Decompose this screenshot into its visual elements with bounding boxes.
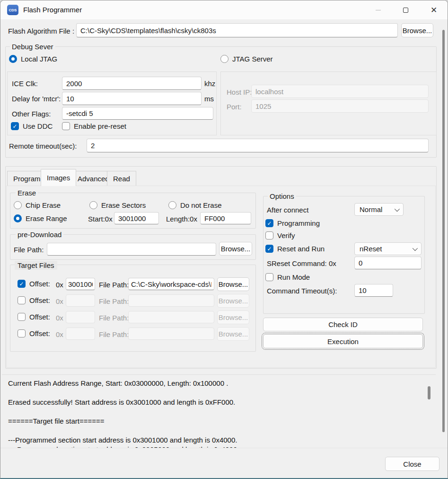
erase-start-input[interactable] — [114, 212, 159, 224]
verify-checkbox[interactable]: Verify — [265, 231, 295, 240]
checkbox-unchecked-icon — [265, 273, 273, 281]
reset-and-run-checkbox[interactable]: ✓ Reset and Run — [265, 245, 325, 253]
ice-clk-input[interactable] — [62, 77, 202, 90]
target-offset-input-4[interactable] — [66, 328, 95, 340]
file-path-label: File Path: — [99, 314, 129, 322]
radio-off-icon — [168, 201, 176, 209]
target-file-path-input-4[interactable] — [128, 328, 214, 340]
offset-hex-prefix: 0x — [56, 330, 63, 338]
offset-hex-prefix: 0x — [56, 314, 63, 322]
delay-mtcr-unit: ms — [204, 95, 214, 103]
close-window-button[interactable]: ✕ — [423, 0, 445, 19]
log-scrollbar-track[interactable] — [426, 376, 432, 447]
do-not-erase-label: Do not Erase — [180, 201, 222, 209]
log-line — [2, 388, 436, 398]
programming-checkbox[interactable]: ✓ Programming — [265, 219, 320, 227]
enable-pre-reset-label: Enable pre-reset — [74, 122, 126, 130]
erase-group-title: Erase — [16, 189, 38, 197]
reset-type-value: nReset — [360, 245, 382, 253]
target-file-checkbox-2[interactable]: Offset: — [18, 296, 50, 304]
host-ip-label: Host IP: — [227, 88, 252, 96]
target-browse-button-4[interactable]: Browse... — [217, 327, 249, 341]
erase-start-label: Start:0x — [88, 215, 113, 223]
algorithm-browse-button[interactable]: Browse... — [401, 23, 433, 37]
chip-erase-radio[interactable]: Chip Erase — [14, 201, 61, 209]
ice-clk-unit: khz — [204, 80, 215, 88]
enable-pre-reset-checkbox[interactable]: Enable pre-reset — [62, 122, 126, 130]
port-input[interactable] — [251, 99, 429, 113]
target-file-path-input-3[interactable] — [128, 311, 214, 323]
target-file-checkbox-1[interactable]: ✓ Offset: — [18, 280, 50, 288]
log-line: ======Target file start====== — [2, 417, 436, 426]
radio-off-icon — [14, 201, 22, 209]
target-file-checkbox-4[interactable]: Offset: — [18, 329, 50, 337]
other-flags-input[interactable] — [62, 107, 213, 120]
checkbox-checked-icon: ✓ — [18, 280, 26, 288]
checkbox-checked-icon: ✓ — [11, 122, 19, 130]
algorithm-file-label: Flash Algorithm File : — [8, 27, 74, 35]
execution-button[interactable]: Execution — [263, 334, 423, 348]
log-output[interactable]: Current Flash Address Range, Start: 0x03… — [2, 374, 436, 448]
use-ddc-checkbox[interactable]: ✓ Use DDC — [11, 122, 53, 130]
target-offset-input-2[interactable] — [66, 294, 95, 307]
after-connect-select[interactable]: Normal — [354, 203, 404, 216]
sreset-command-label: SReset Command: 0x — [267, 259, 336, 267]
pre-download-file-label: File Path: — [14, 246, 44, 254]
target-browse-button-1[interactable]: Browse... — [217, 277, 249, 291]
file-path-label: File Path: — [99, 281, 129, 289]
local-jtag-label: Local JTAG — [21, 55, 57, 63]
window-scrollbar-thumb[interactable] — [442, 30, 445, 432]
target-offset-input-1[interactable] — [66, 278, 95, 290]
window-title: Flash Programmer — [23, 6, 82, 14]
target-file-path-input-1[interactable] — [128, 278, 214, 290]
tab-images[interactable]: Images — [41, 169, 76, 186]
run-mode-checkbox[interactable]: Run Mode — [265, 273, 310, 281]
minimize-icon — [376, 10, 381, 10]
close-button[interactable]: Close — [385, 457, 439, 471]
ice-clk-label: ICE Clk: — [12, 80, 38, 88]
erase-length-input[interactable] — [200, 212, 251, 224]
maximize-button[interactable] — [395, 0, 416, 19]
erase-range-radio[interactable]: Erase Range — [14, 214, 67, 222]
pre-download-file-input[interactable] — [47, 243, 216, 256]
reset-type-select[interactable]: nReset — [354, 242, 422, 255]
checkbox-checked-icon: ✓ — [265, 245, 273, 253]
do-not-erase-radio[interactable]: Do not Erase — [168, 201, 222, 209]
after-connect-label: After connect — [267, 206, 308, 214]
log-line — [2, 407, 436, 417]
debug-server-title: Debug Sever — [10, 43, 55, 51]
algorithm-file-input[interactable] — [76, 23, 398, 37]
log-line: Erased successfully! Start address is 0x… — [2, 398, 436, 407]
erase-sectors-radio[interactable]: Erase Sectors — [89, 201, 146, 209]
command-timeout-input[interactable] — [354, 284, 393, 297]
local-jtag-radio[interactable]: Local JTAG — [9, 55, 57, 63]
flash-programmer-dialog: CDS Flash Programmer ✕ Flash Algorithm F… — [0, 0, 448, 479]
pre-download-browse-button[interactable]: Browse... — [219, 242, 252, 256]
offset-label: Offset: — [29, 296, 50, 304]
remote-timeout-input[interactable] — [87, 139, 429, 152]
offset-label: Offset: — [29, 313, 50, 321]
target-offset-input-3[interactable] — [66, 311, 95, 323]
target-browse-button-3[interactable]: Browse... — [217, 310, 249, 324]
radio-off-icon — [89, 201, 97, 209]
target-browse-button-2[interactable]: Browse... — [217, 294, 249, 308]
close-icon: ✕ — [430, 5, 437, 15]
command-timeout-label: Command Timeout(s): — [267, 287, 337, 295]
chevron-down-icon — [413, 245, 418, 250]
log-scrollbar-thumb[interactable] — [428, 386, 430, 399]
window-scrollbar-track[interactable] — [440, 20, 447, 451]
check-id-button[interactable]: Check ID — [263, 318, 423, 331]
minimize-button[interactable] — [367, 0, 389, 19]
checkbox-unchecked-icon — [62, 122, 70, 130]
target-file-path-input-2[interactable] — [128, 294, 214, 307]
host-ip-input[interactable] — [251, 85, 429, 98]
options-group-title: Options — [268, 192, 296, 200]
radio-off-icon — [220, 55, 228, 63]
port-label: Port: — [227, 103, 242, 111]
target-file-checkbox-3[interactable]: Offset: — [18, 313, 50, 321]
delay-mtcr-input[interactable] — [62, 92, 202, 105]
tab-read[interactable]: Read — [107, 171, 136, 186]
sreset-command-input[interactable] — [354, 257, 422, 269]
jtag-server-radio[interactable]: JTAG Server — [220, 55, 273, 63]
log-line: Current Flash Address Range, Start: 0x03… — [2, 379, 436, 388]
